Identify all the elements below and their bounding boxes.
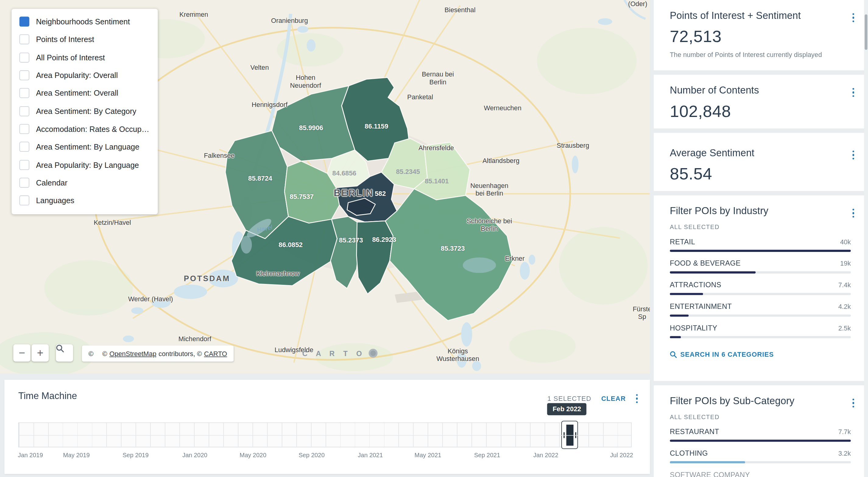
layer-toggle-area-popularity-by-language[interactable]: Area Popularity: By Language	[11, 156, 158, 174]
layer-toggle-all-points-of-interest[interactable]: All Points of Interest	[11, 49, 158, 66]
sidebar-scrollbar	[864, 0, 868, 477]
category-row-restaurant[interactable]: RESTAURANT7.7k	[670, 427, 850, 442]
map-canvas[interactable]: Kremmen Oranienburg Biesenthal (Oder) Ve…	[0, 0, 650, 374]
clear-selection-button[interactable]: CLEAR	[601, 395, 626, 403]
all-selected-label: ALL SELECTED	[670, 223, 850, 230]
category-label: ATTRACTIONS	[670, 281, 721, 289]
axis-tick-label: Sep 2020	[299, 452, 325, 458]
layer-label: Area Sentiment: Overall	[36, 89, 118, 97]
axis-tick-label: Sep 2019	[122, 452, 149, 458]
card-title: Number of Contents	[670, 85, 850, 96]
category-row-software-company[interactable]: SOFTWARE COMPANY	[670, 471, 850, 477]
district-value: 85.7537	[290, 193, 314, 201]
category-row-hospitality[interactable]: HOSPITALITY2.5k	[670, 324, 850, 338]
town-label: Oranienburg	[271, 18, 308, 25]
zoom-in-button[interactable]: +	[32, 345, 49, 362]
layer-toggle-area-popularity-overall[interactable]: Area Popularity: Overall	[11, 66, 158, 84]
layer-label: Accomodation: Rates & Occupa…	[36, 125, 150, 133]
layer-toggle-neighbourhoods-sentiment[interactable]: Neighbourhoods Sentiment	[11, 13, 158, 31]
category-label: ENTERTAINMENT	[670, 302, 732, 310]
category-bar-fill	[670, 271, 755, 273]
town-label: Strausberg	[557, 142, 589, 150]
options-menu-icon[interactable]	[851, 11, 856, 24]
checkbox-icon[interactable]	[20, 159, 30, 170]
category-label: SOFTWARE COMPANY	[670, 471, 750, 477]
district-value: 582	[375, 190, 385, 198]
copyright-icon: ©	[89, 350, 93, 357]
checkbox-icon[interactable]	[20, 70, 30, 81]
category-row-entertainment[interactable]: ENTERTAINMENT4.2k	[670, 302, 850, 317]
scrollbar-thumb[interactable]	[865, 14, 867, 50]
category-row-retail[interactable]: RETAIL40k	[670, 238, 850, 252]
axis-tick-label: Jan 2022	[533, 452, 558, 458]
town-label: Erkner	[505, 255, 524, 263]
category-row-food-beverage[interactable]: FOOD & BEVERAGE19k	[670, 259, 850, 273]
poi-sentiment-card: Points of Interest + Sentiment 72,513 Th…	[654, 0, 864, 70]
selection-tooltip: Feb 2022	[547, 403, 587, 415]
category-row-clothing[interactable]: CLOTHING3.2k	[670, 449, 850, 463]
options-menu-icon[interactable]	[851, 148, 856, 162]
category-value: 40k	[840, 238, 850, 246]
zoom-out-button[interactable]: −	[13, 345, 30, 362]
layer-label: Neighbourhoods Sentiment	[36, 18, 130, 26]
layer-toggle-area-sentiment-by-category[interactable]: Area Sentiment: By Category	[11, 102, 158, 120]
carto-link[interactable]: CARTO	[204, 350, 227, 357]
category-value: 2.5k	[838, 324, 850, 332]
time-machine-chart[interactable]	[18, 422, 632, 447]
axis-tick-label: Jan 2019	[18, 452, 43, 458]
options-menu-icon[interactable]	[851, 86, 856, 99]
category-row-attractions[interactable]: ATTRACTIONS7.4k	[670, 281, 850, 295]
search-categories-link[interactable]: SEARCH IN 6 CATEGORIES	[670, 351, 850, 358]
district-value: 85.8724	[248, 175, 272, 182]
openstreetmap-link[interactable]: OpenStreetMap	[109, 350, 156, 357]
layer-label: Area Popularity: Overall	[36, 71, 118, 80]
layer-toggle-area-sentiment-overall[interactable]: Area Sentiment: Overall	[11, 84, 158, 102]
time-machine-options-icon[interactable]	[636, 393, 638, 404]
time-axis: Jan 2019 May 2019 Sep 2019 Jan 2020 May …	[5, 452, 650, 460]
district-value: 86.0852	[279, 241, 303, 248]
search-categories-label: SEARCH IN 6 CATEGORIES	[680, 351, 774, 358]
axis-tick-label: May 2020	[240, 452, 267, 458]
town-label: Werneuchen	[484, 105, 521, 112]
map-search-button[interactable]	[56, 345, 73, 362]
layer-toggle-area-sentiment-by-language[interactable]: Area Sentiment: By Language	[11, 138, 158, 156]
category-bar-track	[670, 293, 850, 295]
layer-label: Area Sentiment: By Category	[36, 107, 136, 115]
checkbox-icon[interactable]	[20, 52, 30, 62]
contents-count-value: 102,848	[670, 102, 850, 121]
town-label: Fürste Sp	[630, 306, 650, 321]
category-bar-track	[670, 440, 850, 442]
layer-toggle-languages[interactable]: Languages	[11, 191, 158, 210]
checkbox-icon[interactable]	[20, 106, 30, 116]
checkbox-icon[interactable]	[20, 88, 30, 98]
checkbox-icon[interactable]	[20, 196, 30, 206]
axis-tick-label: Jan 2020	[182, 452, 208, 458]
time-selection-handle[interactable]	[561, 421, 578, 449]
checkbox-icon[interactable]	[20, 124, 30, 134]
checkbox-icon[interactable]	[20, 178, 30, 188]
category-label: CLOTHING	[670, 449, 708, 457]
checkbox-checked-icon[interactable]	[20, 17, 30, 27]
map-attribution: © © OpenStreetMap contributors, © CARTO	[82, 346, 234, 362]
town-label: (Oder)	[628, 1, 647, 8]
layer-toggle-calendar[interactable]: Calendar	[11, 174, 158, 191]
category-bar-fill	[670, 250, 850, 252]
axis-tick-label: Jul 2022	[610, 452, 633, 458]
category-value: 19k	[840, 260, 850, 267]
town-label: Velten	[250, 64, 269, 72]
layer-toggle-accomodation-rates[interactable]: Accomodation: Rates & Occupa…	[11, 120, 158, 138]
search-icon	[56, 345, 64, 353]
layer-label: All Points of Interest	[36, 53, 105, 62]
category-bar-fill	[670, 293, 703, 295]
layer-toggle-points-of-interest[interactable]: Points of Interest	[11, 31, 158, 49]
options-menu-icon[interactable]	[851, 207, 856, 220]
category-bar-track	[670, 461, 850, 463]
town-label: Panketal	[407, 93, 433, 101]
options-menu-icon[interactable]	[851, 396, 856, 410]
category-value: 4.2k	[838, 303, 850, 310]
card-title: Filter POIs by Industry	[670, 205, 850, 217]
time-machine-widget: Time Machine 1 SELECTED CLEAR Feb 2022 J…	[5, 380, 650, 474]
town-label: Kremmen	[179, 11, 208, 19]
checkbox-icon[interactable]	[20, 142, 30, 152]
checkbox-icon[interactable]	[20, 34, 30, 44]
